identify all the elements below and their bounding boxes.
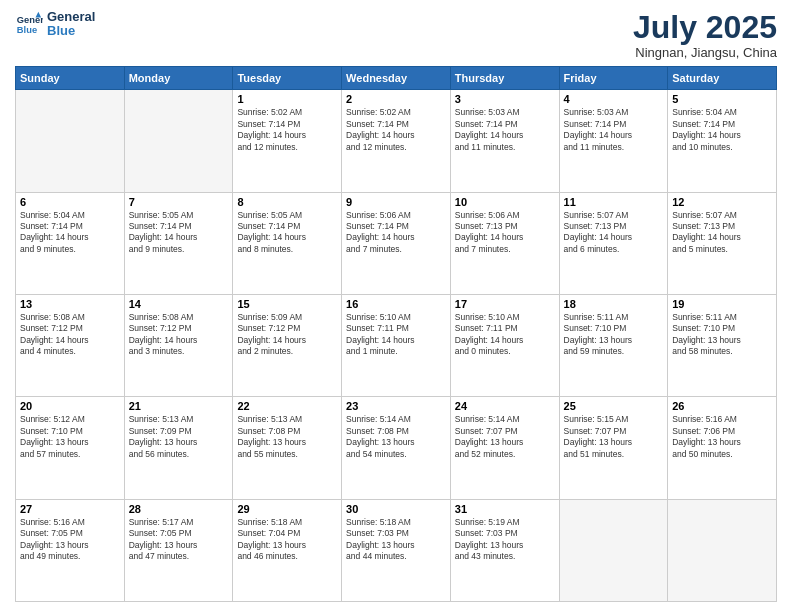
day-number: 23 <box>346 400 446 412</box>
calendar-cell: 1Sunrise: 5:02 AMSunset: 7:14 PMDaylight… <box>233 90 342 192</box>
day-info: Sunrise: 5:07 AMSunset: 7:13 PMDaylight:… <box>672 210 772 256</box>
day-info: Sunrise: 5:13 AMSunset: 7:08 PMDaylight:… <box>237 414 337 460</box>
day-number: 24 <box>455 400 555 412</box>
svg-text:Blue: Blue <box>17 26 37 36</box>
day-info: Sunrise: 5:08 AMSunset: 7:12 PMDaylight:… <box>129 312 229 358</box>
day-number: 31 <box>455 503 555 515</box>
day-number: 19 <box>672 298 772 310</box>
day-info: Sunrise: 5:05 AMSunset: 7:14 PMDaylight:… <box>129 210 229 256</box>
calendar-cell: 10Sunrise: 5:06 AMSunset: 7:13 PMDayligh… <box>450 192 559 294</box>
day-info: Sunrise: 5:03 AMSunset: 7:14 PMDaylight:… <box>455 107 555 153</box>
day-info: Sunrise: 5:10 AMSunset: 7:11 PMDaylight:… <box>346 312 446 358</box>
calendar-table: SundayMondayTuesdayWednesdayThursdayFrid… <box>15 66 777 602</box>
calendar-cell: 24Sunrise: 5:14 AMSunset: 7:07 PMDayligh… <box>450 397 559 499</box>
calendar-cell: 3Sunrise: 5:03 AMSunset: 7:14 PMDaylight… <box>450 90 559 192</box>
day-number: 8 <box>237 196 337 208</box>
page: General Blue General Blue July 2025 Ning… <box>0 0 792 612</box>
month-title: July 2025 <box>633 10 777 45</box>
calendar-cell: 9Sunrise: 5:06 AMSunset: 7:14 PMDaylight… <box>342 192 451 294</box>
day-info: Sunrise: 5:16 AMSunset: 7:06 PMDaylight:… <box>672 414 772 460</box>
day-number: 21 <box>129 400 229 412</box>
day-number: 9 <box>346 196 446 208</box>
calendar-cell <box>124 90 233 192</box>
day-info: Sunrise: 5:13 AMSunset: 7:09 PMDaylight:… <box>129 414 229 460</box>
day-number: 16 <box>346 298 446 310</box>
day-info: Sunrise: 5:19 AMSunset: 7:03 PMDaylight:… <box>455 517 555 563</box>
day-number: 14 <box>129 298 229 310</box>
calendar-cell: 22Sunrise: 5:13 AMSunset: 7:08 PMDayligh… <box>233 397 342 499</box>
day-info: Sunrise: 5:04 AMSunset: 7:14 PMDaylight:… <box>672 107 772 153</box>
day-number: 18 <box>564 298 664 310</box>
day-number: 5 <box>672 93 772 105</box>
day-info: Sunrise: 5:04 AMSunset: 7:14 PMDaylight:… <box>20 210 120 256</box>
day-number: 28 <box>129 503 229 515</box>
calendar-cell: 29Sunrise: 5:18 AMSunset: 7:04 PMDayligh… <box>233 499 342 601</box>
weekday-header: Wednesday <box>342 67 451 90</box>
week-row: 13Sunrise: 5:08 AMSunset: 7:12 PMDayligh… <box>16 294 777 396</box>
calendar-cell: 11Sunrise: 5:07 AMSunset: 7:13 PMDayligh… <box>559 192 668 294</box>
day-info: Sunrise: 5:06 AMSunset: 7:14 PMDaylight:… <box>346 210 446 256</box>
day-info: Sunrise: 5:02 AMSunset: 7:14 PMDaylight:… <box>346 107 446 153</box>
logo-text-blue: Blue <box>47 24 95 38</box>
day-number: 17 <box>455 298 555 310</box>
calendar-cell: 18Sunrise: 5:11 AMSunset: 7:10 PMDayligh… <box>559 294 668 396</box>
weekday-header: Saturday <box>668 67 777 90</box>
calendar-cell: 27Sunrise: 5:16 AMSunset: 7:05 PMDayligh… <box>16 499 125 601</box>
weekday-header: Monday <box>124 67 233 90</box>
logo-icon: General Blue <box>15 10 43 38</box>
calendar-cell: 6Sunrise: 5:04 AMSunset: 7:14 PMDaylight… <box>16 192 125 294</box>
calendar-cell: 26Sunrise: 5:16 AMSunset: 7:06 PMDayligh… <box>668 397 777 499</box>
day-info: Sunrise: 5:09 AMSunset: 7:12 PMDaylight:… <box>237 312 337 358</box>
logo-text-general: General <box>47 10 95 24</box>
week-row: 27Sunrise: 5:16 AMSunset: 7:05 PMDayligh… <box>16 499 777 601</box>
day-number: 22 <box>237 400 337 412</box>
day-number: 29 <box>237 503 337 515</box>
calendar-cell: 31Sunrise: 5:19 AMSunset: 7:03 PMDayligh… <box>450 499 559 601</box>
calendar-cell <box>16 90 125 192</box>
day-info: Sunrise: 5:03 AMSunset: 7:14 PMDaylight:… <box>564 107 664 153</box>
calendar-cell: 28Sunrise: 5:17 AMSunset: 7:05 PMDayligh… <box>124 499 233 601</box>
day-info: Sunrise: 5:10 AMSunset: 7:11 PMDaylight:… <box>455 312 555 358</box>
day-info: Sunrise: 5:18 AMSunset: 7:03 PMDaylight:… <box>346 517 446 563</box>
day-number: 10 <box>455 196 555 208</box>
calendar-cell: 16Sunrise: 5:10 AMSunset: 7:11 PMDayligh… <box>342 294 451 396</box>
week-row: 1Sunrise: 5:02 AMSunset: 7:14 PMDaylight… <box>16 90 777 192</box>
calendar-cell: 12Sunrise: 5:07 AMSunset: 7:13 PMDayligh… <box>668 192 777 294</box>
day-number: 20 <box>20 400 120 412</box>
calendar-cell: 20Sunrise: 5:12 AMSunset: 7:10 PMDayligh… <box>16 397 125 499</box>
day-number: 27 <box>20 503 120 515</box>
day-number: 30 <box>346 503 446 515</box>
location: Ningnan, Jiangsu, China <box>633 45 777 60</box>
title-block: July 2025 Ningnan, Jiangsu, China <box>633 10 777 60</box>
header: General Blue General Blue July 2025 Ning… <box>15 10 777 60</box>
calendar-cell: 4Sunrise: 5:03 AMSunset: 7:14 PMDaylight… <box>559 90 668 192</box>
day-info: Sunrise: 5:08 AMSunset: 7:12 PMDaylight:… <box>20 312 120 358</box>
calendar-cell: 21Sunrise: 5:13 AMSunset: 7:09 PMDayligh… <box>124 397 233 499</box>
weekday-header: Thursday <box>450 67 559 90</box>
calendar-cell: 23Sunrise: 5:14 AMSunset: 7:08 PMDayligh… <box>342 397 451 499</box>
calendar-cell: 17Sunrise: 5:10 AMSunset: 7:11 PMDayligh… <box>450 294 559 396</box>
day-info: Sunrise: 5:14 AMSunset: 7:07 PMDaylight:… <box>455 414 555 460</box>
day-number: 2 <box>346 93 446 105</box>
weekday-header: Friday <box>559 67 668 90</box>
logo: General Blue General Blue <box>15 10 95 39</box>
day-info: Sunrise: 5:14 AMSunset: 7:08 PMDaylight:… <box>346 414 446 460</box>
day-number: 7 <box>129 196 229 208</box>
day-info: Sunrise: 5:11 AMSunset: 7:10 PMDaylight:… <box>672 312 772 358</box>
calendar-cell: 15Sunrise: 5:09 AMSunset: 7:12 PMDayligh… <box>233 294 342 396</box>
calendar-cell <box>668 499 777 601</box>
day-info: Sunrise: 5:06 AMSunset: 7:13 PMDaylight:… <box>455 210 555 256</box>
day-info: Sunrise: 5:16 AMSunset: 7:05 PMDaylight:… <box>20 517 120 563</box>
day-info: Sunrise: 5:05 AMSunset: 7:14 PMDaylight:… <box>237 210 337 256</box>
calendar-cell: 19Sunrise: 5:11 AMSunset: 7:10 PMDayligh… <box>668 294 777 396</box>
calendar-cell <box>559 499 668 601</box>
day-info: Sunrise: 5:17 AMSunset: 7:05 PMDaylight:… <box>129 517 229 563</box>
week-row: 6Sunrise: 5:04 AMSunset: 7:14 PMDaylight… <box>16 192 777 294</box>
day-number: 12 <box>672 196 772 208</box>
day-number: 25 <box>564 400 664 412</box>
day-info: Sunrise: 5:18 AMSunset: 7:04 PMDaylight:… <box>237 517 337 563</box>
day-info: Sunrise: 5:07 AMSunset: 7:13 PMDaylight:… <box>564 210 664 256</box>
day-info: Sunrise: 5:02 AMSunset: 7:14 PMDaylight:… <box>237 107 337 153</box>
day-number: 26 <box>672 400 772 412</box>
day-number: 15 <box>237 298 337 310</box>
